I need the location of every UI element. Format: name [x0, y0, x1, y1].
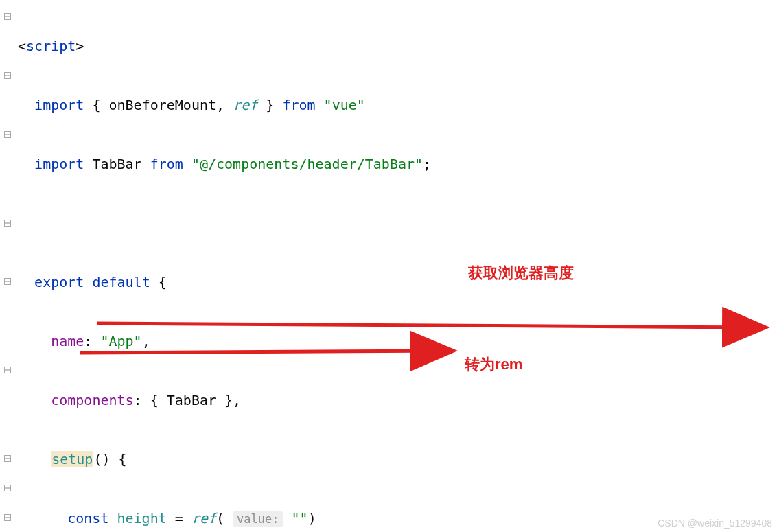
- fold-icon[interactable]: [4, 455, 11, 462]
- fold-icon[interactable]: [4, 485, 11, 491]
- inlay-hint: value:: [233, 511, 283, 527]
- annotation-label: 转为rem: [465, 356, 522, 373]
- code-line: setup() {: [18, 445, 779, 474]
- annotation-label: 获取浏览器高度: [468, 264, 574, 282]
- code-editor[interactable]: <script> import { onBeforeMount, ref } f…: [15, 0, 779, 532]
- fold-icon[interactable]: [4, 220, 11, 227]
- watermark: CSDN @weixin_51299408: [658, 518, 772, 528]
- fold-icon[interactable]: [4, 13, 11, 20]
- fold-icon[interactable]: [4, 131, 11, 138]
- code-line: <script>: [18, 32, 779, 61]
- code-line: import TabBar from "@/components/header/…: [18, 150, 779, 179]
- code-line: import { onBeforeMount, ref } from "vue": [18, 91, 779, 120]
- code-line: name: "App",: [18, 327, 779, 356]
- code-line: export default {: [18, 268, 779, 297]
- fold-icon[interactable]: [4, 278, 11, 285]
- fold-icon[interactable]: [4, 367, 11, 373]
- fold-icon[interactable]: [4, 514, 11, 521]
- code-line: components: { TabBar },: [18, 386, 779, 415]
- gutter: [0, 0, 15, 532]
- fold-icon[interactable]: [4, 72, 11, 79]
- code-line: [18, 209, 779, 238]
